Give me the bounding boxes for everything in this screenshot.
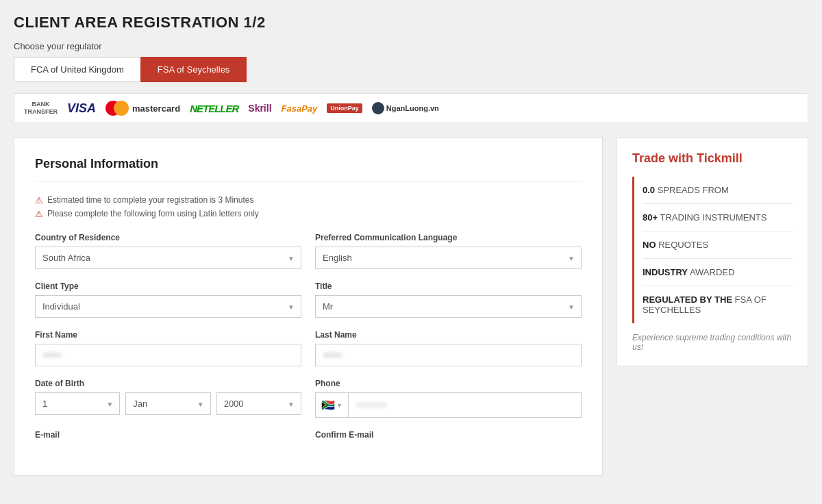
client-type-select-wrapper: Individual Corporate <box>35 295 301 318</box>
trade-tagline: Experience supreme trading conditions wi… <box>632 333 793 352</box>
trade-feature-regulated: REGULATED BY THE FSA OF SEYCHELLES <box>643 286 793 323</box>
awarded-text: AWARDED <box>690 267 734 277</box>
form-row-clienttype-title: Client Type Individual Corporate Title M… <box>35 281 582 318</box>
fsa-regulator-button[interactable]: FSA of Seychelles <box>140 57 247 82</box>
requotes-bold: NO <box>643 240 656 250</box>
trade-feature-spreads: 0.0 SPREADS FROM <box>643 177 793 204</box>
fca-regulator-button[interactable]: FCA of United Kingdom <box>14 57 140 82</box>
dob-day-wrapper: 123 <box>35 392 120 415</box>
form-group-firstname: First Name <box>35 330 301 366</box>
form-group-email: E-mail <box>35 430 301 444</box>
form-panel-title: Personal Information <box>35 157 582 181</box>
notice-item-1: ⚠ Estimated time to complete your regist… <box>35 195 582 205</box>
notice-block: ⚠ Estimated time to complete your regist… <box>35 195 582 219</box>
sa-flag-icon: 🇿🇦 <box>321 399 335 412</box>
visa-logo: VISA <box>67 101 96 116</box>
skrill-logo: Skrill <box>248 103 271 114</box>
dob-year-wrapper: 200019991998 <box>216 392 301 415</box>
firstname-input[interactable] <box>35 344 301 366</box>
form-row-email: E-mail Confirm E-mail <box>35 430 582 444</box>
trade-feature-awarded: INDUSTRY AWARDED <box>643 259 793 286</box>
form-group-country: Country of Residence South Africa United… <box>35 233 301 269</box>
notice-icon-2: ⚠ <box>35 209 43 219</box>
awarded-bold: INDUSTRY <box>643 267 688 277</box>
form-row-names: First Name Last Name <box>35 330 582 366</box>
title-select[interactable]: Mr Mrs Ms Dr <box>315 295 582 318</box>
phone-flag-button[interactable]: 🇿🇦 ▼ <box>316 393 349 417</box>
title-label: Title <box>315 281 582 291</box>
notice-text-2: Please complete the following form using… <box>47 209 259 218</box>
regulator-section: Choose your regulator FCA of United King… <box>14 41 808 82</box>
title-select-wrapper: Mr Mrs Ms Dr <box>315 295 582 318</box>
client-type-select[interactable]: Individual Corporate <box>35 295 301 318</box>
nganluong-icon <box>372 102 384 114</box>
form-group-lastname: Last Name <box>315 330 582 366</box>
trade-feature-instruments: 80+ TRADING INSTRUMENTS <box>643 204 793 231</box>
regulator-label: Choose your regulator <box>14 41 808 51</box>
mc-text: mastercard <box>132 103 180 114</box>
language-select-wrapper: English French German <box>315 247 582 269</box>
notice-icon-1: ⚠ <box>35 195 43 205</box>
nganluong-logo: NganLuong.vn <box>372 102 439 114</box>
main-content: Personal Information ⚠ Estimated time to… <box>14 137 808 476</box>
neteller-logo: NETELLER <box>190 103 238 114</box>
trade-features-list: 0.0 SPREADS FROM 80+ TRADING INSTRUMENTS… <box>632 177 793 323</box>
dob-day-select[interactable]: 123 <box>35 392 120 415</box>
country-select-wrapper: South Africa United Kingdom USA <box>35 247 301 269</box>
lastname-label: Last Name <box>315 330 582 340</box>
phone-wrapper: 🇿🇦 ▼ <box>315 392 582 418</box>
regulated-bold: REGULATED BY THE <box>643 294 732 305</box>
dob-month-select[interactable]: JanFebMar <box>125 392 210 415</box>
trade-card-title: Trade with Tickmill <box>632 151 793 166</box>
page-title: CLIENT AREA REGISTRATION 1/2 <box>14 14 808 32</box>
phone-label: Phone <box>315 379 582 388</box>
fasapay-logo: FasaPay <box>282 103 318 114</box>
form-group-dob: Date of Birth 123 JanFebMar <box>35 379 301 418</box>
trade-feature-requotes: NO REQUOTES <box>643 231 793 259</box>
form-group-client-type: Client Type Individual Corporate <box>35 281 301 318</box>
form-group-title: Title Mr Mrs Ms Dr <box>315 281 582 318</box>
spreads-bold: 0.0 <box>643 185 655 195</box>
form-group-language: Preferred Communication Language English… <box>315 233 582 269</box>
language-label: Preferred Communication Language <box>315 233 582 242</box>
lastname-input[interactable] <box>315 344 582 366</box>
phone-input[interactable] <box>349 394 581 416</box>
regulator-buttons: FCA of United Kingdom FSA of Seychelles <box>14 57 808 82</box>
phone-dropdown-icon: ▼ <box>336 402 342 409</box>
confirm-email-label: Confirm E-mail <box>315 430 582 440</box>
notice-text-1: Estimated time to complete your registra… <box>47 195 253 205</box>
country-label: Country of Residence <box>35 233 301 242</box>
country-select[interactable]: South Africa United Kingdom USA <box>35 247 301 269</box>
mc-yellow-circle <box>114 101 129 116</box>
sidebar: Trade with Tickmill 0.0 SPREADS FROM 80+… <box>616 137 808 476</box>
email-label: E-mail <box>35 430 301 440</box>
notice-item-2: ⚠ Please complete the following form usi… <box>35 209 582 219</box>
instruments-bold: 80+ <box>643 212 658 223</box>
mastercard-logo: mastercard <box>105 101 180 116</box>
spreads-text: SPREADS FROM <box>658 185 729 195</box>
dob-year-select[interactable]: 200019991998 <box>216 392 301 415</box>
client-type-label: Client Type <box>35 281 301 291</box>
dob-month-wrapper: JanFebMar <box>125 392 210 415</box>
bank-transfer-logo: BANKTRANSFER <box>24 101 58 116</box>
instruments-text: TRADING INSTRUMENTS <box>660 212 767 223</box>
unionpay-logo: UnionPay <box>327 103 362 113</box>
form-group-confirm-email: Confirm E-mail <box>315 430 582 444</box>
trade-card: Trade with Tickmill 0.0 SPREADS FROM 80+… <box>616 137 808 366</box>
dob-row: 123 JanFebMar 200019991998 <box>35 392 301 415</box>
form-row-country-language: Country of Residence South Africa United… <box>35 233 582 269</box>
form-row-dob-phone: Date of Birth 123 JanFebMar <box>35 379 582 418</box>
firstname-label: First Name <box>35 330 301 340</box>
dob-label: Date of Birth <box>35 379 301 388</box>
requotes-text: REQUOTES <box>658 240 708 250</box>
form-panel: Personal Information ⚠ Estimated time to… <box>14 137 603 476</box>
language-select[interactable]: English French German <box>315 247 582 269</box>
form-group-phone: Phone 🇿🇦 ▼ <box>315 379 582 418</box>
payment-logos-bar: BANKTRANSFER VISA mastercard NETELLER Sk… <box>14 93 808 123</box>
